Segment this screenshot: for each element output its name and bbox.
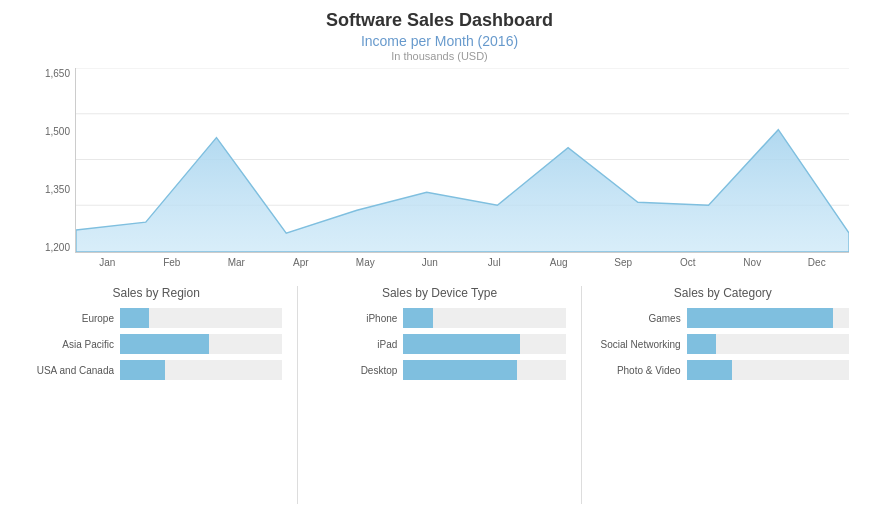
bar-label: Europe	[30, 313, 120, 324]
x-axis-label: Dec	[785, 257, 850, 268]
area-chart-container: 1,6501,5001,3501,200 JanFebMar	[30, 68, 849, 278]
device-chart: Sales by Device Type iPhoneiPadDesktop	[303, 286, 575, 504]
bar-fill	[403, 360, 517, 380]
bar-track	[687, 308, 849, 328]
bar-row: Social Networking	[597, 334, 849, 354]
bar-fill	[687, 308, 833, 328]
bar-fill	[403, 308, 432, 328]
x-axis-label: Feb	[140, 257, 205, 268]
bar-row: Europe	[30, 308, 282, 328]
bar-row: USA and Canada	[30, 360, 282, 380]
y-axis: 1,6501,5001,3501,200	[30, 68, 75, 253]
bar-track	[687, 360, 849, 380]
area-chart-svg	[76, 68, 849, 252]
bar-row: iPhone	[313, 308, 565, 328]
y-axis-label: 1,500	[45, 126, 70, 137]
bar-row: iPad	[313, 334, 565, 354]
x-axis-label: Aug	[527, 257, 592, 268]
bar-label: iPad	[313, 339, 403, 350]
y-axis-label: 1,650	[45, 68, 70, 79]
bar-track	[403, 334, 565, 354]
region-chart-title: Sales by Region	[30, 286, 282, 300]
region-bars: EuropeAsia PacificUSA and Canada	[30, 308, 282, 380]
bottom-section: Sales by Region EuropeAsia PacificUSA an…	[20, 286, 859, 504]
y-axis-label: 1,350	[45, 184, 70, 195]
device-bars: iPhoneiPadDesktop	[313, 308, 565, 380]
bar-fill	[120, 360, 165, 380]
bar-row: Photo & Video	[597, 360, 849, 380]
main-title: Software Sales Dashboard	[20, 10, 859, 31]
x-axis-label: Nov	[720, 257, 785, 268]
bar-track	[120, 360, 282, 380]
x-axis-label: Oct	[656, 257, 721, 268]
x-axis-label: Jul	[462, 257, 527, 268]
bar-label: Games	[597, 313, 687, 324]
dashboard: Software Sales Dashboard Income per Mont…	[0, 0, 879, 514]
bar-row: Asia Pacific	[30, 334, 282, 354]
bar-fill	[120, 334, 209, 354]
bar-label: Photo & Video	[597, 365, 687, 376]
y-axis-label: 1,200	[45, 242, 70, 253]
bar-row: Games	[597, 308, 849, 328]
divider-2	[581, 286, 582, 504]
x-axis-label: Mar	[204, 257, 269, 268]
bar-label: Social Networking	[597, 339, 687, 350]
region-chart: Sales by Region EuropeAsia PacificUSA an…	[20, 286, 292, 504]
bar-fill	[403, 334, 520, 354]
bar-track	[687, 334, 849, 354]
bar-row: Desktop	[313, 360, 565, 380]
x-axis-label: May	[333, 257, 398, 268]
bar-label: Desktop	[313, 365, 403, 376]
income-chart-title: Income per Month (2016)	[20, 33, 859, 49]
category-bars: GamesSocial NetworkingPhoto & Video	[597, 308, 849, 380]
category-chart: Sales by Category GamesSocial Networking…	[587, 286, 859, 504]
x-axis-label: Sep	[591, 257, 656, 268]
svg-marker-4	[76, 130, 849, 252]
x-axis: JanFebMarAprMayJunJulAugSepOctNovDec	[75, 253, 849, 278]
bar-track	[120, 308, 282, 328]
device-chart-title: Sales by Device Type	[313, 286, 565, 300]
bar-label: USA and Canada	[30, 365, 120, 376]
x-axis-label: Jun	[398, 257, 463, 268]
bar-track	[403, 308, 565, 328]
bar-label: iPhone	[313, 313, 403, 324]
bar-track	[403, 360, 565, 380]
x-axis-label: Jan	[75, 257, 140, 268]
income-chart-subtitle: In thousands (USD)	[20, 50, 859, 62]
category-chart-title: Sales by Category	[597, 286, 849, 300]
bar-fill	[687, 334, 716, 354]
bar-track	[120, 334, 282, 354]
chart-area	[75, 68, 849, 253]
bar-label: Asia Pacific	[30, 339, 120, 350]
divider-1	[297, 286, 298, 504]
x-axis-label: Apr	[269, 257, 334, 268]
bar-fill	[120, 308, 149, 328]
bar-fill	[687, 360, 732, 380]
